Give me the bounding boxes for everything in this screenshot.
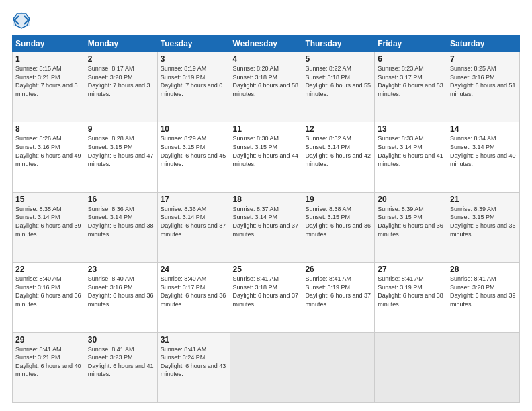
calendar-cell: 31 Sunrise: 8:41 AMSunset: 3:24 PMDaylig… [157,332,230,402]
day-number: 14 [450,124,517,134]
header [12,11,520,30]
calendar-cell: 8 Sunrise: 8:26 AMSunset: 3:16 PMDayligh… [13,122,85,192]
day-content: Sunrise: 8:30 AMSunset: 3:15 PMDaylight:… [233,135,299,167]
day-number: 24 [161,265,227,274]
week-row-1: 1 Sunrise: 8:15 AMSunset: 3:21 PMDayligh… [13,52,520,122]
logo [12,11,34,30]
day-number: 11 [233,124,300,134]
week-row-3: 15 Sunrise: 8:35 AMSunset: 3:14 PMDaylig… [13,192,520,262]
day-content: Sunrise: 8:35 AMSunset: 3:14 PMDaylight:… [15,205,81,238]
calendar-cell: 21 Sunrise: 8:39 AMSunset: 3:15 PMDaylig… [447,192,520,262]
day-number: 3 [161,54,227,64]
day-content: Sunrise: 8:40 AMSunset: 3:17 PMDaylight:… [161,275,226,308]
day-number: 1 [15,54,82,64]
day-number: 25 [233,265,300,274]
page: SundayMondayTuesdayWednesdayThursdayFrid… [0,0,532,411]
day-number: 27 [378,265,444,274]
calendar-cell: 17 Sunrise: 8:36 AMSunset: 3:14 PMDaylig… [157,192,230,262]
day-content: Sunrise: 8:23 AMSunset: 3:17 PMDaylight:… [378,65,443,97]
day-number: 22 [15,265,82,274]
calendar-cell: 20 Sunrise: 8:39 AMSunset: 3:15 PMDaylig… [375,192,447,262]
calendar-cell: 2 Sunrise: 8:17 AMSunset: 3:20 PMDayligh… [85,52,157,122]
calendar-cell: 9 Sunrise: 8:28 AMSunset: 3:15 PMDayligh… [85,122,157,192]
calendar-cell: 26 Sunrise: 8:41 AMSunset: 3:19 PMDaylig… [302,263,375,332]
day-number: 17 [161,195,227,204]
day-content: Sunrise: 8:15 AMSunset: 3:21 PMDaylight:… [15,65,78,97]
day-content: Sunrise: 8:40 AMSunset: 3:16 PMDaylight:… [15,275,81,308]
day-content: Sunrise: 8:41 AMSunset: 3:24 PMDaylight:… [161,346,226,378]
day-content: Sunrise: 8:41 AMSunset: 3:19 PMDaylight:… [378,275,443,308]
day-number: 31 [161,335,227,345]
calendar-cell: 19 Sunrise: 8:38 AMSunset: 3:15 PMDaylig… [302,192,375,262]
day-number: 29 [15,335,82,345]
day-number: 12 [305,124,371,134]
day-content: Sunrise: 8:39 AMSunset: 3:15 PMDaylight:… [378,205,443,238]
calendar-cell: 12 Sunrise: 8:32 AMSunset: 3:14 PMDaylig… [302,122,375,192]
header-row: SundayMondayTuesdayWednesdayThursdayFrid… [13,36,520,52]
day-content: Sunrise: 8:36 AMSunset: 3:14 PMDaylight:… [161,205,226,238]
day-content: Sunrise: 8:33 AMSunset: 3:14 PMDaylight:… [378,135,443,167]
col-header-thursday: Thursday [302,36,375,52]
calendar-cell: 1 Sunrise: 8:15 AMSunset: 3:21 PMDayligh… [13,52,85,122]
day-number: 19 [305,195,371,204]
week-row-5: 29 Sunrise: 8:41 AMSunset: 3:21 PMDaylig… [13,332,520,402]
day-content: Sunrise: 8:41 AMSunset: 3:20 PMDaylight:… [450,275,516,308]
day-number: 28 [450,265,517,274]
day-content: Sunrise: 8:29 AMSunset: 3:15 PMDaylight:… [161,135,226,167]
calendar-cell [302,332,375,402]
day-number: 6 [378,54,444,64]
day-content: Sunrise: 8:26 AMSunset: 3:16 PMDaylight:… [15,135,81,167]
day-content: Sunrise: 8:19 AMSunset: 3:19 PMDaylight:… [161,65,223,97]
calendar-table: SundayMondayTuesdayWednesdayThursdayFrid… [12,35,520,403]
week-row-4: 22 Sunrise: 8:40 AMSunset: 3:16 PMDaylig… [13,263,520,332]
calendar-cell: 11 Sunrise: 8:30 AMSunset: 3:15 PMDaylig… [230,122,302,192]
day-number: 9 [88,124,154,134]
calendar-cell: 24 Sunrise: 8:40 AMSunset: 3:17 PMDaylig… [157,263,230,332]
day-number: 7 [450,54,517,64]
day-number: 5 [305,54,371,64]
day-content: Sunrise: 8:28 AMSunset: 3:15 PMDaylight:… [88,135,154,167]
day-content: Sunrise: 8:37 AMSunset: 3:14 PMDaylight:… [233,205,299,238]
day-content: Sunrise: 8:41 AMSunset: 3:21 PMDaylight:… [15,346,81,378]
calendar-cell: 28 Sunrise: 8:41 AMSunset: 3:20 PMDaylig… [447,263,520,332]
day-content: Sunrise: 8:34 AMSunset: 3:14 PMDaylight:… [450,135,516,167]
col-header-sunday: Sunday [13,36,85,52]
day-number: 18 [233,195,300,204]
col-header-monday: Monday [85,36,157,52]
calendar-cell: 25 Sunrise: 8:41 AMSunset: 3:18 PMDaylig… [230,263,302,332]
col-header-wednesday: Wednesday [230,36,302,52]
calendar-cell: 4 Sunrise: 8:20 AMSunset: 3:18 PMDayligh… [230,52,302,122]
day-content: Sunrise: 8:25 AMSunset: 3:16 PMDaylight:… [450,65,516,97]
calendar-cell [447,332,520,402]
col-header-tuesday: Tuesday [157,36,230,52]
calendar-cell: 5 Sunrise: 8:22 AMSunset: 3:18 PMDayligh… [302,52,375,122]
week-row-2: 8 Sunrise: 8:26 AMSunset: 3:16 PMDayligh… [13,122,520,192]
calendar-cell [230,332,302,402]
calendar-cell: 14 Sunrise: 8:34 AMSunset: 3:14 PMDaylig… [447,122,520,192]
calendar-cell: 3 Sunrise: 8:19 AMSunset: 3:19 PMDayligh… [157,52,230,122]
day-number: 10 [161,124,227,134]
day-content: Sunrise: 8:41 AMSunset: 3:19 PMDaylight:… [305,275,371,308]
calendar-cell: 22 Sunrise: 8:40 AMSunset: 3:16 PMDaylig… [13,263,85,332]
day-content: Sunrise: 8:40 AMSunset: 3:16 PMDaylight:… [88,275,154,308]
calendar-cell: 18 Sunrise: 8:37 AMSunset: 3:14 PMDaylig… [230,192,302,262]
calendar-cell: 27 Sunrise: 8:41 AMSunset: 3:19 PMDaylig… [375,263,447,332]
calendar-cell: 7 Sunrise: 8:25 AMSunset: 3:16 PMDayligh… [447,52,520,122]
calendar-cell: 15 Sunrise: 8:35 AMSunset: 3:14 PMDaylig… [13,192,85,262]
day-content: Sunrise: 8:38 AMSunset: 3:15 PMDaylight:… [305,205,371,238]
day-number: 8 [15,124,82,134]
calendar-cell: 13 Sunrise: 8:33 AMSunset: 3:14 PMDaylig… [375,122,447,192]
day-content: Sunrise: 8:36 AMSunset: 3:14 PMDaylight:… [88,205,154,238]
day-number: 21 [450,195,517,204]
day-content: Sunrise: 8:41 AMSunset: 3:23 PMDaylight:… [88,346,154,378]
day-number: 23 [88,265,154,274]
col-header-friday: Friday [375,36,447,52]
day-number: 26 [305,265,371,274]
day-content: Sunrise: 8:39 AMSunset: 3:15 PMDaylight:… [450,205,516,238]
day-number: 20 [378,195,444,204]
col-header-saturday: Saturday [447,36,520,52]
day-content: Sunrise: 8:32 AMSunset: 3:14 PMDaylight:… [305,135,371,167]
logo-icon [12,11,31,30]
calendar-cell: 23 Sunrise: 8:40 AMSunset: 3:16 PMDaylig… [85,263,157,332]
calendar-cell: 10 Sunrise: 8:29 AMSunset: 3:15 PMDaylig… [157,122,230,192]
